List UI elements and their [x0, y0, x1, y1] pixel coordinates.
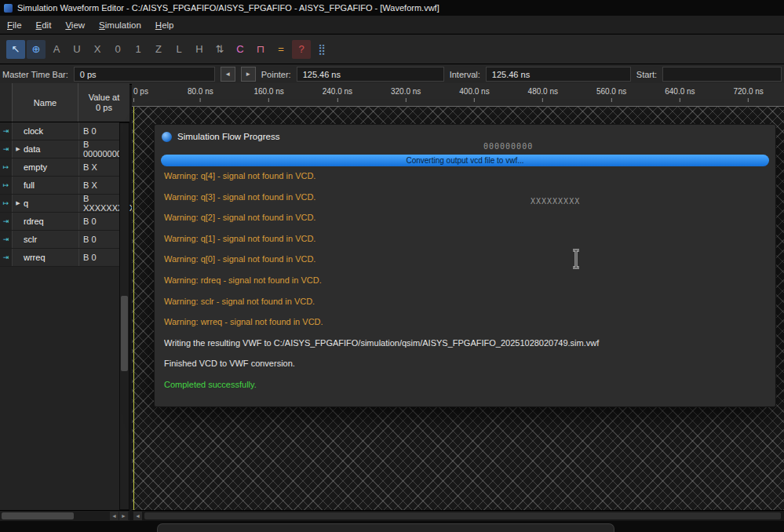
ruler-tick-label: 640.0 ns — [665, 87, 695, 96]
dialog-title-bar[interactable]: Simulation Flow Progress — [155, 125, 775, 148]
toolbar-icon[interactable]: X — [88, 40, 107, 59]
signal-name: q — [24, 199, 78, 208]
signal-name: clock — [24, 126, 78, 136]
vertical-scrollbar[interactable] — [119, 122, 129, 510]
pointer-value: 125.46 ns — [297, 67, 444, 82]
toolbar-icon[interactable]: Z — [149, 40, 168, 59]
time-zero-cursor-line[interactable] — [133, 107, 134, 510]
signal-row[interactable]: ⇥ rdreq B 0 — [0, 213, 129, 231]
background-window-edge[interactable] — [157, 523, 614, 532]
signal-name: data — [24, 144, 78, 154]
ruler-tick-label: 720.0 ns — [734, 87, 764, 96]
ruler-tick-mark — [406, 98, 407, 102]
toolbar-icon[interactable]: ⣿ — [312, 40, 331, 59]
panel-horizontal-scrollbar[interactable]: ◄ ► — [0, 510, 129, 521]
signal-row[interactable]: ↦ ▶ q B XXXXXXXXX — [0, 195, 129, 213]
master-time-bar-label: Master Time Bar: — [2, 70, 68, 79]
panel-scrollbar-thumb[interactable] — [2, 512, 74, 519]
ruler-tick-label: 400.0 ns — [459, 87, 489, 96]
ruler-tick: 240.0 ns — [323, 87, 352, 102]
signal-table-header: Name Value at 0 ps — [0, 83, 129, 122]
menu-item[interactable]: Simulation — [92, 18, 148, 32]
toolbar-icon[interactable]: A — [47, 40, 66, 59]
ruler-tick: 480.0 ns — [528, 87, 558, 102]
toolbar-icon[interactable]: 1 — [129, 40, 148, 59]
signal-row[interactable]: ⇥ sclr B 0 — [0, 231, 129, 249]
signal-row[interactable]: ⇥ ▶ data B 000000000 — [0, 140, 129, 159]
menu-item[interactable]: Edit — [29, 18, 59, 32]
waveform-horizontal-scrollbar[interactable]: ◄ — [132, 510, 784, 521]
toolbar-icon[interactable]: C — [231, 40, 250, 59]
toolbar-icon[interactable]: ⇅ — [210, 40, 229, 59]
signal-row[interactable]: ↦ full B X — [0, 177, 129, 195]
menu-item[interactable]: File — [0, 18, 29, 32]
log-message: Warning: q[4] - signal not found in VCD. — [164, 172, 766, 180]
toolbar-icon[interactable]: ? — [292, 40, 311, 59]
waveform-scrollbar-thumb[interactable] — [144, 512, 781, 519]
ruler-tick-mark — [611, 98, 612, 102]
menu-item[interactable]: Help — [148, 18, 181, 32]
time-next-button[interactable]: ► — [241, 67, 256, 82]
ruler-tick: 640.0 ns — [665, 87, 695, 102]
ruler-tick-mark — [680, 98, 680, 102]
log-message: Finished VCD to VWF conversion. — [164, 359, 766, 368]
scroll-right-button[interactable]: ► — [119, 512, 128, 520]
ruler-tick: 720.0 ns — [734, 87, 764, 102]
time-prev-button[interactable]: ◄ — [221, 67, 235, 82]
log-message: Warning: q[0] - signal not found in VCD. — [164, 255, 766, 264]
bottom-strip — [0, 521, 784, 532]
signal-direction-icon: ⇥ — [0, 231, 13, 248]
toolbar-icon[interactable]: L — [170, 40, 188, 59]
signal-direction-icon: ↦ — [0, 195, 13, 212]
signal-name: rdreq — [24, 217, 78, 226]
start-label: Start: — [636, 70, 657, 79]
signal-direction-icon: ↦ — [0, 177, 13, 194]
toolbar-icon[interactable]: = — [272, 40, 290, 59]
ruler-tick-label: 320.0 ns — [391, 87, 421, 96]
name-column-header[interactable]: Name — [13, 83, 78, 122]
ruler-tick-mark — [337, 98, 337, 102]
log-message: Writing the resulting VWF to C:/AISYS_FP… — [164, 339, 766, 348]
toolbar-icon[interactable]: 0 — [108, 40, 127, 59]
vertical-scrollbar-thumb[interactable] — [121, 296, 128, 371]
toolbar-icon[interactable]: U — [67, 40, 86, 59]
signal-row[interactable]: ⇥ clock B 0 — [0, 122, 129, 140]
dialog-title: Simulation Flow Progress — [177, 132, 279, 141]
master-time-bar-value[interactable]: 0 ps — [74, 67, 215, 82]
scroll-left-button[interactable]: ◄ — [110, 512, 119, 520]
simulation-flow-progress-dialog: Simulation Flow Progress Converting outp… — [154, 124, 776, 407]
toolbar-icon[interactable]: ↖ — [6, 40, 25, 59]
title-bar: Simulation Waveform Editor - C:/AISYS_FP… — [0, 0, 784, 16]
menu-bar: File Edit View Simulation Help — [0, 16, 784, 35]
ruler-tick-mark — [748, 98, 749, 102]
waveform-scroll-left-button[interactable]: ◄ — [133, 512, 142, 520]
log-message: Warning: wrreq - signal not found in VCD… — [164, 318, 766, 326]
ruler-tick: 0 ps — [133, 87, 148, 102]
expand-arrow-icon[interactable]: ▶ — [13, 200, 24, 206]
signal-direction-icon: ⇥ — [0, 213, 13, 230]
value-column-header[interactable]: Value at 0 ps — [78, 83, 129, 122]
signal-name: full — [24, 180, 78, 190]
pointer-label: Pointer: — [261, 70, 291, 79]
log-message: Warning: q[1] - signal not found in VCD. — [164, 235, 766, 243]
signal-direction-icon: ↦ — [0, 159, 13, 176]
ruler-tick-label: 240.0 ns — [323, 87, 352, 96]
signal-row[interactable]: ⇥ wrreq B 0 — [0, 249, 129, 267]
signal-row[interactable]: ↦ empty B X — [0, 159, 129, 177]
ruler-tick: 160.0 ns — [253, 87, 283, 102]
waveform-ruler[interactable]: 0 ps 80.0 ns 160.0 ns 240.0 ns 320.0 ns … — [132, 83, 784, 107]
dialog-message-list[interactable]: Warning: q[4] - signal not found in VCD.… — [164, 172, 766, 402]
toolbar-icon[interactable]: H — [190, 40, 209, 59]
ruler-tick: 80.0 ns — [188, 87, 213, 102]
menu-item[interactable]: View — [58, 18, 92, 32]
ruler-tick-label: 160.0 ns — [253, 87, 283, 96]
ruler-tick: 320.0 ns — [391, 87, 421, 102]
toolbar-icon[interactable]: ⊕ — [27, 40, 46, 59]
start-value[interactable] — [662, 67, 782, 82]
time-bar: Master Time Bar: 0 ps ◄ ► Pointer: 125.4… — [0, 64, 784, 85]
expand-arrow-icon[interactable]: ▶ — [13, 146, 24, 152]
toolbar-icon[interactable]: ⊓ — [251, 40, 270, 59]
signal-name: sclr — [24, 235, 78, 244]
progress-bar: Converting output vcd file to vwf... — [161, 155, 769, 166]
ruler-tick-label: 80.0 ns — [188, 87, 213, 96]
